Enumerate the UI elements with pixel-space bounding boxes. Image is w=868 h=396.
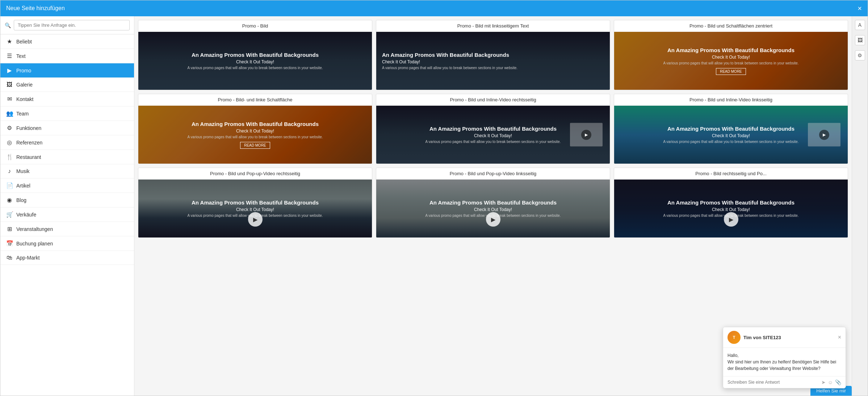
card-title: Promo - Bild [138,20,372,32]
sidebar-item-musik[interactable]: ♪Musik [0,164,134,178]
sidebar-item-blog[interactable]: ◉Blog [0,193,134,207]
overlay-title: An Amazing Promos With Beautiful Backgro… [382,52,509,58]
card-promo-bild[interactable]: Promo - Bild An Amazing Promos With Beau… [138,20,372,90]
chat-input-area: ➤ ☺ 📎 [723,376,846,388]
sidebar-item-text[interactable]: ☰Text [0,49,134,63]
sidebar-item-team[interactable]: 👥Team [0,106,134,121]
card-image: An Amazing Promos With Beautiful Backgro… [614,32,848,90]
chat-popup: T Tim von SITE123 × Hallo,Wir sind hier … [723,327,846,388]
sidebar-item-restaurant[interactable]: 🍴Restaurant [0,150,134,164]
settings-icon[interactable]: ⚙ [855,50,865,60]
card-promo-bild-rechts[interactable]: Promo - Bild rechtsseitig und Po... An A… [614,168,848,238]
card-overlay-btn[interactable]: READ MORE [240,142,270,149]
sidebar-item-verkaeufe[interactable]: 🛒Verkäufe [0,207,134,222]
agent-avatar: T [727,331,741,344]
card-image: An Amazing Promos With Beautiful Backgro… [138,106,372,164]
chat-message: Hallo,Wir sind hier um Ihnen zu helfen! … [723,348,846,376]
card-title: Promo - Bild und Schaltflächen zentriert [614,20,848,32]
right-sidebar: A 🖼 ⚙ [852,16,868,396]
agent-name: Tim von SITE123 [743,335,781,340]
sidebar-item-kontakt[interactable]: ✉Kontakt [0,92,134,106]
card-overlay: An Amazing Promos With Beautiful Backgro… [138,32,372,90]
sidebar-label-kontakt: Kontakt [16,96,33,102]
card-overlay: An Amazing Promos With Beautiful Backgro… [614,32,848,90]
chat-attach-icon[interactable]: 📎 [835,379,841,385]
overlay-title: An Amazing Promos With Beautiful Backgro… [192,199,319,206]
sidebar-item-promo[interactable]: ▶Promo [0,63,134,78]
overlay-sub: Check It Out Today! [236,207,274,212]
card-overlay: An Amazing Promos With Beautiful Backgro… [376,32,610,90]
chat-emoji-icon[interactable]: ☺ [828,379,833,385]
sidebar-item-referenzen[interactable]: ◎Referenzen [0,135,134,150]
sidebar-icon-verkaeufe: 🛒 [6,211,13,218]
sidebar-item-beliebt[interactable]: ★Beliebt [0,34,134,49]
card-promo-bild-video-rechts[interactable]: Promo - Bild und Inline-Video rechtsseit… [376,94,610,164]
chat-icon-buttons: ➤ ☺ 📎 [821,379,841,385]
sidebar-item-funktionen[interactable]: ⚙Funktionen [0,121,134,135]
modal-title: Neue Seite hinzufügen [6,5,65,12]
card-promo-bild-video-links[interactable]: Promo - Bild und Inline-Video linksseiti… [614,94,848,164]
card-overlay-btn[interactable]: READ MORE [716,68,746,75]
sidebar-label-buchung: Buchung planen [16,241,53,247]
card-promo-bild-popup-links[interactable]: Promo - Bild und Pop-up-Video linksseiti… [376,168,610,238]
sidebar-item-artikel[interactable]: 📄Artikel [0,178,134,193]
agent-info: T Tim von SITE123 [727,331,781,344]
sidebar-icon-blog: ◉ [6,197,13,203]
overlay-sub: Check It Out Today! [712,207,750,212]
card-title: Promo - Bild mit linksseitigem Text [376,20,610,32]
chat-close-button[interactable]: × [838,334,841,341]
modal: Neue Seite hinzufügen × 🔍 ★Beliebt☰Text▶… [0,0,868,396]
card-title: Promo - Bild und Inline-Video rechtsseit… [376,94,610,106]
sidebar-label-text: Text [16,53,26,59]
card-promo-bild-schaltflaechen[interactable]: Promo - Bild und Schaltflächen zentriert… [614,20,848,90]
search-input[interactable] [14,20,130,30]
card-promo-bild-links[interactable]: Promo - Bild mit linksseitigem Text An A… [376,20,610,90]
overlay-title: An Amazing Promos With Beautiful Backgro… [667,199,794,206]
overlay-desc: A various promo pages that will allow yo… [187,135,323,139]
chat-send-icon[interactable]: ➤ [821,379,826,385]
card-title: Promo - Bild und Inline-Video linksseiti… [614,94,848,106]
overlay-sub: Check It Out Today! [474,207,512,212]
sidebar-icon-text: ☰ [6,52,13,59]
cards-grid: Promo - Bild An Amazing Promos With Beau… [138,20,848,238]
sidebar-icon-musik: ♪ [6,168,13,174]
overlay-desc: A various promo pages that will allow yo… [663,140,798,144]
sidebar-item-galerie[interactable]: 🖼Galerie [0,78,134,92]
sidebar-label-appmarkt: App-Markt [16,255,40,261]
image-icon[interactable]: 🖼 [855,35,865,45]
card-promo-bild-popup-rechts[interactable]: Promo - Bild und Pop-up-Video rechtsseit… [138,168,372,238]
chat-input[interactable] [727,380,819,385]
sidebar-items-list: ★Beliebt☰Text▶Promo🖼Galerie✉Kontakt👥Team… [0,34,134,396]
modal-close-button[interactable]: × [857,5,862,12]
search-box: 🔍 [0,16,134,34]
overlay-sub: Check It Out Today! [712,133,750,138]
card-overlay: An Amazing Promos With Beautiful Backgro… [376,180,610,237]
sidebar-icon-artikel: 📄 [6,182,13,189]
sidebar-label-promo: Promo [16,68,31,73]
card-title: Promo - Bild rechtsseitig und Po... [614,168,848,180]
sidebar-item-veranstaltungen[interactable]: ⊞Veranstaltungen [0,222,134,236]
sidebar-label-verkaeufe: Verkäufe [16,212,36,218]
overlay-title: An Amazing Promos With Beautiful Backgro… [667,47,794,53]
sidebar-item-appmarkt[interactable]: 🛍App-Markt [0,251,134,265]
card-image: An Amazing Promos With Beautiful Backgro… [376,106,610,164]
sidebar-icon-restaurant: 🍴 [6,153,13,160]
card-overlay: An Amazing Promos With Beautiful Backgro… [614,180,848,237]
sidebar-label-veranstaltungen: Veranstaltungen [16,226,53,232]
sidebar-icon-galerie: 🖼 [6,81,13,88]
modal-header: Neue Seite hinzufügen × [0,0,868,16]
overlay-title: An Amazing Promos With Beautiful Backgro… [429,126,557,132]
sidebar-label-galerie: Galerie [16,82,33,88]
sidebar-icon-kontakt: ✉ [6,96,13,102]
search-icon: 🔍 [5,22,11,28]
sidebar-label-referenzen: Referenzen [16,140,42,146]
sidebar-item-buchung[interactable]: 📅Buchung planen [0,236,134,251]
text-icon[interactable]: A [855,20,865,30]
overlay-sub: Check It Out Today! [382,59,420,64]
overlay-title: An Amazing Promos With Beautiful Backgro… [192,121,319,127]
sidebar-icon-beliebt: ★ [6,38,13,45]
card-title: Promo - Bild- und linke Schaltfläche [138,94,372,106]
chat-header: T Tim von SITE123 × [723,327,846,348]
card-promo-bild-schaltflaeche-links[interactable]: Promo - Bild- und linke Schaltfläche An … [138,94,372,164]
sidebar-label-musik: Musik [16,168,30,174]
